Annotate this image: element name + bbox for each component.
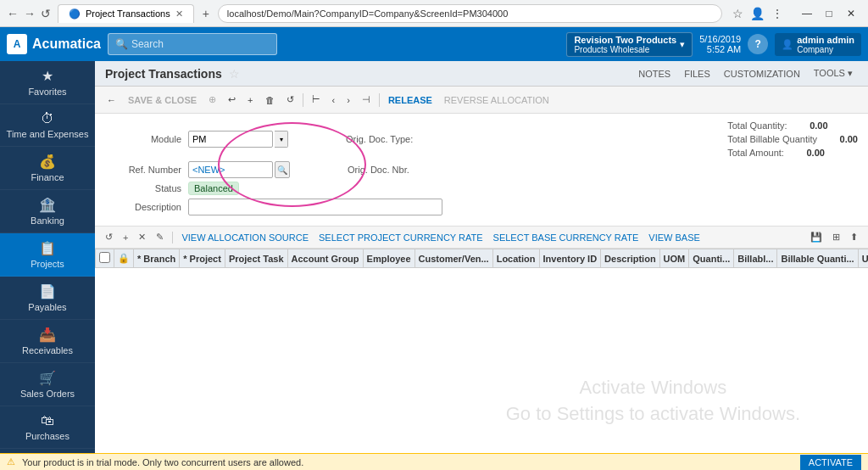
sidebar-item-banking[interactable]: 🏦 Banking	[0, 190, 95, 233]
col-billable[interactable]: Billabl...	[734, 249, 777, 268]
settings-icon[interactable]: ⋮	[771, 7, 783, 20]
revision-info[interactable]: Revision Two Products Products Wholesale…	[566, 32, 693, 57]
logo-area[interactable]: A Acumatica	[7, 34, 101, 54]
col-location[interactable]: Location	[492, 249, 539, 268]
table-save-btn[interactable]: 💾	[807, 231, 826, 243]
sidebar-item-inventory[interactable]: 📦 Inventory	[0, 449, 95, 453]
refresh-btn[interactable]: ↺	[281, 90, 299, 110]
customization-btn[interactable]: CUSTOMIZATION	[719, 67, 805, 81]
col-check[interactable]	[96, 249, 114, 268]
notes-btn[interactable]: NOTES	[633, 67, 676, 81]
table-refresh-btn[interactable]: ↺	[102, 231, 116, 243]
minimize-btn[interactable]: —	[797, 3, 817, 24]
main-content: Project Transactions ☆ NOTES FILES CUSTO…	[95, 61, 868, 453]
search-input[interactable]	[131, 38, 250, 50]
revision-chevron: ▾	[680, 39, 685, 50]
files-btn[interactable]: FILES	[679, 67, 715, 81]
total-qty-row: Total Quantity: 0.00	[727, 120, 858, 131]
close-btn[interactable]: ✕	[841, 3, 861, 24]
table-toolbar-right: 💾 ⊞ ⬆	[807, 231, 861, 243]
browser-bar: ← → ↺ 🔵 Project Transactions ✕ + localho…	[0, 0, 868, 27]
view-base-btn[interactable]: VIEW BASE	[645, 232, 704, 243]
user-info[interactable]: 👤 admin admin Company	[775, 33, 861, 56]
sidebar-item-sales-orders[interactable]: 🛒 Sales Orders	[0, 363, 95, 406]
ref-number-field[interactable]: 🔍	[188, 161, 290, 178]
undo-btn[interactable]: ↩	[223, 90, 241, 110]
next-btn[interactable]: ›	[342, 90, 355, 110]
table-add-row-btn[interactable]: +	[120, 232, 131, 243]
col-account-group[interactable]: Account Group	[287, 249, 363, 268]
maximize-btn[interactable]: □	[819, 3, 839, 24]
select-all-checkbox[interactable]	[99, 252, 110, 263]
col-project-task[interactable]: Project Task	[225, 249, 287, 268]
select-project-rate-btn[interactable]: SELECT PROJECT CURRENCY RATE	[315, 232, 487, 243]
table-delete-row-btn[interactable]: ✕	[135, 231, 149, 243]
status-label: Status	[105, 183, 181, 193]
reverse-allocation-btn[interactable]: REVERSE ALLOCATION	[439, 90, 554, 110]
profile-icon[interactable]: 👤	[750, 7, 765, 20]
table-header-row: 🔒 * Branch * Project Project Task Accoun…	[96, 249, 869, 268]
sidebar-item-payables[interactable]: 📄 Payables	[0, 277, 95, 320]
table-upload-btn[interactable]: ⬆	[847, 231, 861, 243]
module-field[interactable]: ▾	[188, 131, 288, 148]
col-description[interactable]: Description	[601, 249, 660, 268]
release-btn[interactable]: RELEASE	[383, 90, 437, 110]
select-base-rate-btn[interactable]: SELECT BASE CURRENCY RATE	[490, 232, 643, 243]
add-btn[interactable]: +	[242, 90, 258, 110]
col-branch[interactable]: * Branch	[134, 249, 180, 268]
favorites-icon: ★	[42, 68, 53, 84]
user-company: Company	[797, 45, 854, 54]
sidebar-item-projects[interactable]: 📋 Projects	[0, 233, 95, 277]
new-tab-btn[interactable]: +	[198, 5, 214, 22]
sidebar-item-time-expenses[interactable]: ⏱ Time and Expenses	[0, 104, 95, 147]
copy-btn[interactable]: ⊕	[203, 90, 221, 110]
bookmark-icon[interactable]: ☆	[732, 7, 743, 20]
sidebar-item-favorites[interactable]: ★ Favorites	[0, 61, 95, 104]
sidebar-item-purchases[interactable]: 🛍 Purchases	[0, 406, 95, 449]
activate-btn[interactable]: ACTIVATE	[800, 455, 861, 470]
header-action-icons[interactable]: ?	[748, 34, 768, 54]
table-grid-btn[interactable]: ⊞	[829, 231, 843, 243]
prev-btn[interactable]: ‹	[327, 90, 341, 110]
window-controls[interactable]: — □ ✕	[797, 3, 861, 24]
sidebar-item-receivables[interactable]: 📥 Receivables	[0, 320, 95, 363]
col-uom[interactable]: UOM	[659, 249, 689, 268]
app-header: A Acumatica 🔍 Revision Two Products Prod…	[0, 27, 868, 61]
sidebar-label-projects: Projects	[31, 259, 64, 269]
browser-controls[interactable]: ← → ↺	[7, 7, 51, 20]
help-icon[interactable]: ?	[748, 34, 768, 54]
col-project[interactable]: * Project	[180, 249, 225, 268]
orig-doc-fields: Orig. Doc. Type:	[346, 134, 423, 144]
data-table-wrap: 🔒 * Branch * Project Project Task Accoun…	[95, 249, 868, 453]
module-dropdown-arrow[interactable]: ▾	[275, 131, 288, 148]
view-allocation-btn[interactable]: VIEW ALLOCATION SOURCE	[178, 232, 312, 243]
back-btn[interactable]: ←	[7, 7, 19, 20]
description-input[interactable]	[188, 199, 442, 215]
last-btn[interactable]: ⊣	[357, 90, 376, 110]
col-unit-rate[interactable]: Unit Rate	[858, 249, 868, 268]
browser-tab[interactable]: 🔵 Project Transactions ✕	[58, 4, 194, 23]
save-close-btn[interactable]: SAVE & CLOSE	[123, 90, 202, 110]
col-quantity[interactable]: Quanti...	[689, 249, 734, 268]
delete-icon: 🗑	[265, 95, 275, 105]
delete-btn[interactable]: 🗑	[260, 90, 280, 110]
address-bar[interactable]: localhost/Demo/Main?CompanyID=Company&Sc…	[218, 4, 722, 23]
ref-search-btn[interactable]: 🔍	[275, 161, 290, 178]
col-employee[interactable]: Employee	[363, 249, 415, 268]
col-billable-qty[interactable]: Billable Quanti...	[777, 249, 858, 268]
table-edit-row-btn[interactable]: ✎	[153, 231, 167, 243]
ref-number-input[interactable]	[188, 161, 273, 178]
col-customer[interactable]: Customer/Ven...	[415, 249, 492, 268]
favorite-star[interactable]: ☆	[229, 67, 240, 81]
col-inventory-id[interactable]: Inventory ID	[539, 249, 601, 268]
reload-btn[interactable]: ↺	[41, 7, 51, 20]
sidebar-item-finance[interactable]: 💰 Finance	[0, 147, 95, 190]
back-btn[interactable]: ←	[102, 90, 121, 110]
first-btn[interactable]: ⊢	[307, 90, 326, 110]
tab-close[interactable]: ✕	[175, 8, 183, 20]
sidebar: ★ Favorites ⏱ Time and Expenses 💰 Financ…	[0, 61, 95, 453]
forward-btn[interactable]: →	[24, 7, 36, 20]
module-input[interactable]	[188, 131, 273, 148]
tools-btn[interactable]: TOOLS ▾	[809, 66, 858, 81]
search-box[interactable]: 🔍	[108, 33, 277, 55]
